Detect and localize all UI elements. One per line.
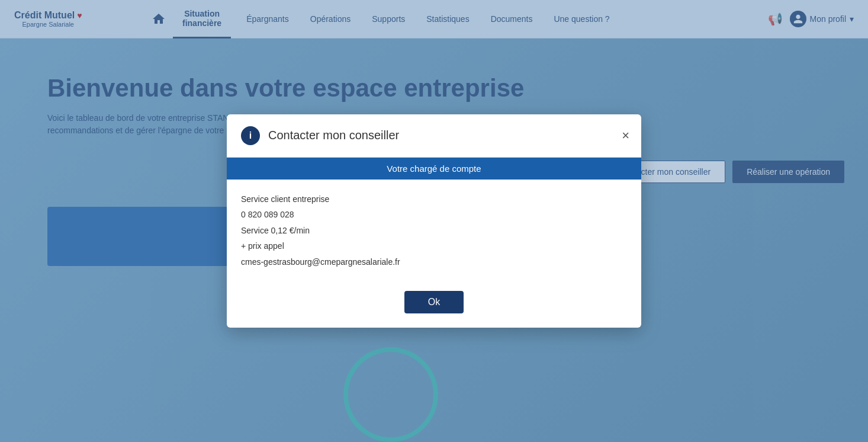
modal-tarif-line1: Service 0,12 €/min bbox=[241, 223, 627, 239]
modal-tarif-line2: + prix appel bbox=[241, 238, 627, 254]
modal-overlay: i Contacter mon conseiller × Votre charg… bbox=[0, 0, 868, 442]
modal-email: cmes-gestrasbourg@cmepargnesalariale.fr bbox=[241, 254, 627, 270]
modal-footer: Ok bbox=[227, 281, 641, 328]
modal-header: i Contacter mon conseiller × bbox=[227, 114, 641, 158]
contact-modal: i Contacter mon conseiller × Votre charg… bbox=[227, 114, 641, 328]
modal-body: Votre chargé de compte Service client en… bbox=[227, 158, 641, 282]
modal-title: Contacter mon conseiller bbox=[268, 129, 399, 142]
modal-info-icon: i bbox=[241, 126, 260, 145]
modal-service-label: Service client entreprise bbox=[241, 191, 627, 207]
modal-section-header: Votre chargé de compte bbox=[227, 158, 641, 180]
modal-close-button[interactable]: × bbox=[622, 129, 629, 142]
modal-content-area: Service client entreprise 0 820 089 028 … bbox=[227, 180, 641, 282]
modal-ok-button[interactable]: Ok bbox=[404, 291, 464, 313]
modal-phone: 0 820 089 028 bbox=[241, 207, 627, 223]
